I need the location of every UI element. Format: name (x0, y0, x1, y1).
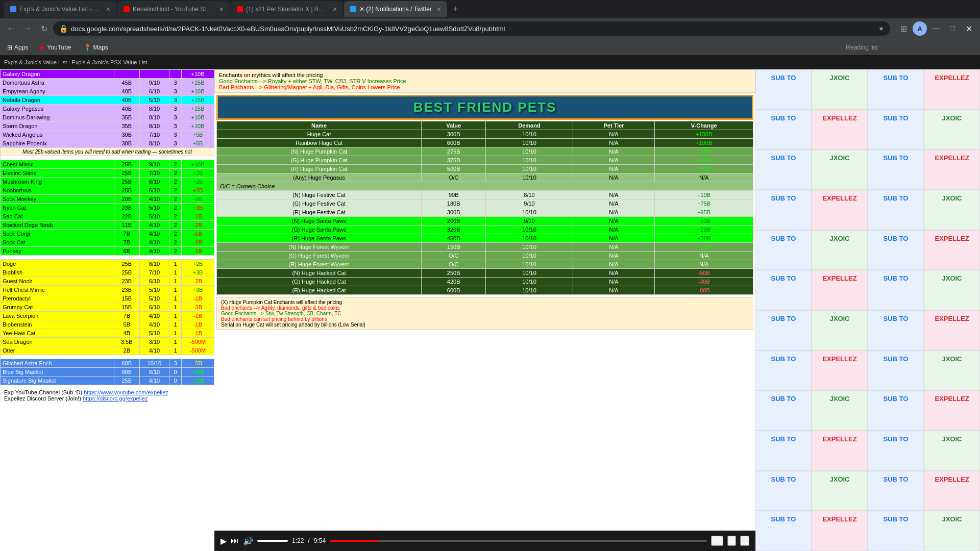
tab-close-2[interactable]: × (219, 5, 224, 13)
progress-bar-fill (330, 540, 379, 542)
reload-button[interactable]: ↻ (37, 21, 51, 36)
volume-slider[interactable] (257, 540, 288, 542)
enchant-line2: Good Enchants --> Royalty + either STW, … (219, 78, 751, 84)
sub-to-cell: SUB TO (755, 310, 812, 350)
total-time: 9:54 (314, 537, 326, 544)
table-row: Blobfish (1, 268, 114, 277)
tab-4[interactable]: ✕ (2) Notifications / Twitter × (344, 1, 447, 17)
table-row: (R) Huge Santa Paws (217, 234, 422, 243)
col-header-vchange: V-Change (655, 121, 753, 130)
back-button[interactable]: ← (4, 21, 18, 36)
current-time: 1:22 (292, 537, 304, 544)
enchant-line1: Enchants on mythics will affect the pric… (219, 72, 751, 78)
close-icon[interactable]: ✕ (962, 21, 976, 36)
next-button[interactable]: ⏭ (231, 536, 239, 545)
tab-2[interactable]: KenalindHold - YouTube Studio × (117, 1, 230, 17)
discord-link[interactable]: https://discord.gg/expellez (83, 395, 148, 402)
table-row: Domortuus Astra (1, 79, 114, 87)
footer-line2: Expellez Discord Server (Join!) https://… (4, 395, 210, 402)
tab-close-1[interactable]: × (106, 5, 110, 13)
table-row: (Any) Huge Pegasus (217, 173, 422, 182)
table-row: (N) Huge Forest Wyvern (217, 243, 422, 252)
left-spreadsheet-panel: Galaxy Dragon +10B Domortuus Astra 45B 9… (0, 69, 214, 551)
bottom-notice: (X) Huge Pumpkin Cat Enchants will affec… (216, 297, 753, 330)
table-row: Wicked Angelus (1, 131, 114, 139)
captions-button[interactable]: CC (711, 536, 723, 546)
footer-line1: Exp YouTube Channel (Sub :D) https://www… (4, 389, 210, 395)
table-row: Blue Big Maskot (1, 368, 114, 377)
bottom-line1: (X) Huge Pumpkin Cat Enchants will affec… (221, 299, 749, 305)
expellez-cell: EXPELLEZ (812, 110, 868, 150)
table-row: Stacked Doge Noob (1, 221, 114, 230)
table-row: Nebula Dragon (1, 96, 114, 105)
sub-to-cell: SUB TO (755, 471, 812, 511)
maps-icon: 📍 (84, 44, 91, 51)
table-row: Galaxy Pegasus (1, 105, 114, 113)
bookmark-youtube[interactable]: ▶ YouTube (37, 43, 74, 52)
expellez-cell: EXPELLEZ (924, 149, 980, 190)
table-row: Rainbow Huge Cat (217, 139, 422, 147)
expellez-cell: EXPELLEZ (924, 390, 980, 431)
sub-to-cell: SUB TO (755, 149, 812, 190)
spreadsheet-overlay: Enchants on mythics will affect the pric… (214, 69, 755, 531)
sub-to-cell: SUB TO (868, 190, 924, 230)
jxoic-cell: JXOIC (812, 471, 868, 511)
maximize-icon[interactable]: □ (945, 21, 960, 36)
table-row: (R) Huge Hacked Cat (217, 286, 422, 295)
table-row: Glitched Astra Ench (1, 359, 114, 368)
table-row: Mushroom King (1, 178, 114, 186)
sub-to-cell: SUB TO (868, 431, 924, 471)
expellez-cell: EXPELLEZ (924, 230, 980, 270)
mute-button[interactable]: 🔊 (243, 536, 253, 546)
table-row: (N) Huge Pumpkin Cat (217, 147, 422, 156)
sub-to-cell: SUB TO (755, 270, 812, 310)
table-row: Doge (1, 260, 114, 268)
tab-3[interactable]: (1) x21 Pet Simulator X | Rol... × (231, 1, 343, 17)
sub-to-cell: SUB TO (868, 511, 924, 551)
profile-icon[interactable]: A (913, 21, 927, 36)
table-row: (R) Huge Festive Cat (217, 208, 422, 217)
fullscreen-button[interactable]: ⛶ (740, 536, 749, 546)
best-friend-title: BEST FRIEND PETS (413, 99, 556, 115)
sub-to-cell: SUB TO (868, 310, 924, 350)
sub-to-cell: SUB TO (755, 190, 812, 230)
apps-icon: ⊞ (7, 44, 12, 51)
footer-links: Exp YouTube Channel (Sub :D) https://www… (0, 385, 214, 404)
sub-to-cell: SUB TO (868, 471, 924, 511)
table-row: Otter (1, 346, 114, 355)
table-row: Grumpy Cat (1, 303, 114, 312)
tab-close-4[interactable]: × (437, 5, 441, 13)
table-row: Yee-Haw Cat (1, 329, 114, 338)
bookmark-apps[interactable]: ⊞ Apps (4, 43, 31, 52)
sub-to-cell: SUB TO (755, 69, 812, 110)
jxoic-cell: JXOIC (924, 350, 980, 391)
expellez-cell: EXPELLEZ (924, 471, 980, 511)
table-row: Sock Cat (1, 238, 114, 247)
table-row: Galaxy Dragon (1, 70, 114, 79)
play-pause-button[interactable]: ▶ (220, 536, 227, 546)
progress-bar[interactable] (330, 540, 707, 542)
new-tab-button[interactable]: + (448, 2, 462, 16)
tab-1[interactable]: Exp's & Jxoic's Value List - Goo... × (4, 1, 116, 17)
sub-to-cell: SUB TO (755, 390, 812, 431)
settings-button[interactable]: ⚙ (727, 536, 736, 546)
address-bar[interactable]: 🔒 docs.google.com/spreadsheets/d/re/2PAC… (53, 21, 890, 36)
tab-close-3[interactable]: × (333, 5, 337, 13)
extensions-icon[interactable]: ⊞ (896, 21, 911, 36)
sub-to-cell: SUB TO (755, 230, 812, 270)
jxoic-cell: JXOIC (812, 390, 868, 431)
sub-to-cell: SUB TO (755, 110, 812, 150)
jxoic-cell: JXOIC (924, 511, 980, 551)
bookmark-maps[interactable]: 📍 Maps (81, 43, 111, 52)
best-friend-banner: BEST FRIEND PETS (216, 95, 753, 120)
forward-button[interactable]: → (20, 21, 35, 36)
jxoic-cell: JXOIC (812, 230, 868, 270)
table-row: O/C = Owners Choice (217, 182, 753, 191)
table-row: (N) Huge Festive Cat (217, 191, 422, 199)
subscription-grid: SUB TO JXOIC SUB TO EXPELLEZ SUB TO EXPE… (755, 69, 980, 551)
col-header-demand: Demand (486, 121, 573, 130)
minimize-icon[interactable]: — (929, 21, 943, 36)
youtube-link[interactable]: https://www.youtube.com/expellez (84, 389, 168, 395)
bottom-line4: Bad enchants can set pricing behind by b… (221, 316, 749, 322)
jxoic-cell: JXOIC (924, 110, 980, 150)
